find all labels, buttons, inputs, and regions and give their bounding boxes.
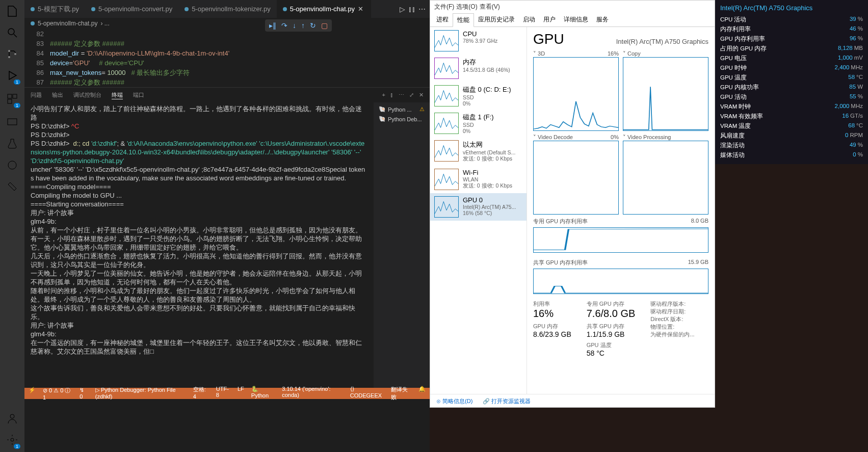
tab-2[interactable]: 5-openvinollm-tokenizer.py	[178, 0, 277, 18]
tm-side-item-1[interactable]: 内存14.5/31.8 GB (46%)	[430, 55, 527, 82]
side-line2: 16% (58 °C)	[463, 210, 516, 216]
menu-options[interactable]: 选项(O)	[456, 3, 477, 11]
chart-value-3d: 16%	[608, 50, 619, 57]
chart-vdec[interactable]	[533, 141, 619, 215]
tab-1[interactable]: 5-openvinollm-convert.py	[85, 0, 178, 18]
tm-side-item-6[interactable]: GPU 0Intel(R) Arc(TM) A75...16% (58 °C)	[430, 193, 527, 221]
eol-status[interactable]: LF	[238, 386, 244, 401]
tab-problems[interactable]: 问题	[31, 91, 42, 99]
code-lines[interactable]: ###### 定义参数 ###### model_dir = 'D:\\AI\\…	[50, 29, 399, 87]
chart-shr-mem[interactable]	[533, 269, 708, 294]
step-into-icon[interactable]: ↓	[293, 21, 296, 30]
problems-status[interactable]: ⊘ 0 ⚠ 0 ⓘ 1	[43, 387, 72, 401]
brief-info-link[interactable]: ⊙ 简略信息(D)	[436, 397, 472, 405]
ports-status[interactable]: ↯ 0	[80, 387, 88, 401]
line-gutter: 828384858687	[24, 29, 50, 87]
restart-icon[interactable]: ↻	[310, 21, 316, 30]
gpu-model: Intel(R) Arc(TM) A750 Graphics	[616, 38, 708, 45]
interpreter-status[interactable]: 3.10.14 ('openvino': conda)	[282, 386, 343, 401]
lang-status[interactable]: 🐍 Python	[251, 386, 275, 401]
menu-file[interactable]: 文件(F)	[434, 3, 454, 11]
flask-icon[interactable]	[6, 138, 18, 150]
indent-status[interactable]: 空格: 4	[193, 386, 209, 401]
terminal-content[interactable]: 小明告别了家人和朋友，踏上了前往神秘森林的路程。一路上，他遇到了各种各样的困难和…	[24, 102, 374, 388]
minimap[interactable]	[399, 29, 430, 87]
tag-icon[interactable]	[6, 180, 18, 193]
tm-side-item-2[interactable]: 磁盘 0 (C: D: E:)SSD0%	[430, 82, 527, 110]
debug-toolbar[interactable]: ▸∥ ↷ ↓ ↑ ↻ ▢	[265, 19, 332, 32]
close-panel-icon[interactable]: ✕	[419, 92, 424, 98]
side-line1: 78% 3.97 GHz	[463, 38, 497, 44]
step-over-icon[interactable]: ↷	[281, 21, 287, 30]
new-terminal-icon[interactable]: +	[382, 92, 385, 98]
chart-3d[interactable]	[533, 57, 619, 131]
run-icon[interactable]: ▷	[400, 5, 405, 13]
chart-label-vproc[interactable]: ˅ Video Processing	[623, 134, 671, 141]
ext-badge: 1	[14, 103, 20, 108]
tab-performance[interactable]: 性能	[453, 13, 474, 27]
overlay-key: GPU 电压	[720, 55, 747, 62]
translate-status[interactable]: 翻译失败	[391, 386, 411, 401]
terminal-item-python[interactable]: 🐚Python ...⚠	[376, 104, 428, 114]
stop-icon[interactable]: ▢	[321, 21, 328, 30]
codegeex-status[interactable]: ⟨⟩ CODEGEEX	[350, 386, 384, 401]
overlay-value: 16	[842, 113, 849, 119]
terminal-item-debug[interactable]: 🐚Python Deb...	[376, 114, 428, 124]
close-icon[interactable]: ✕	[358, 5, 365, 13]
tab-startup[interactable]: 启动	[519, 13, 539, 26]
chart-label-vdec[interactable]: ˅ Video Decode	[533, 134, 573, 141]
overlay-row: GPU 电压1,000mV	[720, 54, 863, 63]
side-line1: Intel(R) Arc(TM) A75...	[463, 204, 516, 210]
tab-terminal[interactable]: 终端	[112, 91, 123, 99]
side-title: 磁盘 1 (F:)	[463, 113, 494, 122]
continue-icon[interactable]: ▸∥	[269, 21, 276, 30]
chart-label-copy[interactable]: ˅ Copy	[623, 50, 641, 57]
more-icon[interactable]: ⋯	[399, 92, 404, 98]
tm-side-item-5[interactable]: Wi-FiWLAN发送: 0 接收: 0 Kbps	[430, 166, 527, 193]
tab-3[interactable]: 5-openvinollm-chat.py✕	[277, 0, 371, 18]
remote-icon[interactable]	[6, 116, 18, 128]
debug-status[interactable]: ▷ Python Debugger: Python File (zdhkf)	[95, 387, 186, 401]
files-icon[interactable]	[6, 5, 18, 17]
tab-details[interactable]: 详细信息	[560, 13, 592, 26]
mem1-label: 专用 GPU 内存利用率	[533, 218, 588, 225]
step-out-icon[interactable]: ↑	[301, 21, 305, 30]
tm-side-item-4[interactable]: 以太网vEthernet (Default S...发送: 0 接收: 0 Kb…	[430, 137, 527, 166]
search-icon[interactable]	[6, 26, 18, 39]
tm-side-item-0[interactable]: CPU78% 3.97 GHz	[430, 27, 527, 55]
tab-debug-console[interactable]: 调试控制台	[73, 91, 101, 99]
chart-ded-mem[interactable]	[533, 227, 708, 253]
tm-tabs: 进程 性能 应用历史记录 启动 用户 详细信息 服务	[430, 13, 715, 27]
mem2-label: 共享 GPU 内存利用率	[533, 259, 588, 267]
notifications-icon[interactable]: 🔔	[418, 386, 426, 401]
encoding-status[interactable]: UTF-8	[216, 386, 230, 401]
source-control-icon[interactable]	[6, 48, 18, 60]
chart-vproc[interactable]	[623, 141, 708, 215]
code-editor[interactable]: 828384858687 ###### 定义参数 ###### model_di…	[24, 29, 430, 87]
menu-view[interactable]: 查看(V)	[480, 3, 500, 11]
maximize-icon[interactable]: ⤢	[409, 92, 414, 98]
tab-users[interactable]: 用户	[539, 13, 560, 26]
ai-icon[interactable]	[6, 159, 18, 171]
account-icon[interactable]	[6, 412, 18, 424]
tab-0[interactable]: 5-模型下载.py	[24, 0, 85, 18]
side-line1: 14.5/31.8 GB (46%)	[463, 67, 510, 73]
resmon-link[interactable]: 🔗 打开资源监视器	[483, 397, 531, 405]
overlay-unit: MHz	[851, 64, 863, 70]
overlay-unit: GT/s	[850, 113, 863, 119]
tab-history[interactable]: 应用历史记录	[474, 13, 519, 26]
more-icon[interactable]: ⋯	[418, 5, 426, 13]
tab-services[interactable]: 服务	[592, 13, 613, 26]
chart-label-3d[interactable]: ˅ 3D	[533, 50, 545, 57]
tm-side-item-3[interactable]: 磁盘 1 (F:)SSD0%	[430, 110, 527, 137]
tab-ports[interactable]: 端口	[133, 91, 144, 99]
tab-processes[interactable]: 进程	[432, 13, 453, 26]
split-terminal-icon[interactable]: ⫿	[390, 92, 393, 98]
remote-indicator[interactable]: ⚡	[29, 387, 36, 401]
python-icon	[91, 7, 95, 11]
tab-output[interactable]: 输出	[52, 91, 63, 99]
chart-copy[interactable]	[623, 57, 708, 131]
split-icon[interactable]: ⫿⫿	[408, 5, 415, 13]
side-line1: WLAN	[463, 176, 512, 182]
breadcrumb[interactable]: 5-openvinollm-chat.py› ...	[24, 18, 430, 29]
